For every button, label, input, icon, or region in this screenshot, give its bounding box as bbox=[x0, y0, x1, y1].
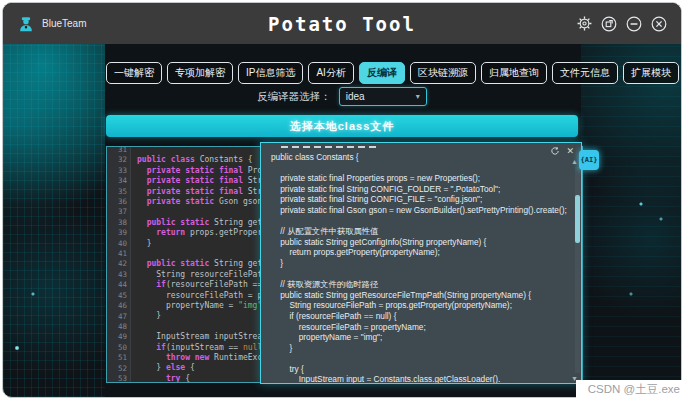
output-code-line: private static final String CONFIG_FOLDE… bbox=[271, 184, 573, 195]
brand: BlueTeam bbox=[17, 15, 86, 33]
output-code-line: private static final Properties props = … bbox=[271, 173, 573, 184]
decompiler-row: 反编译器选择： idea ▾ bbox=[3, 87, 681, 106]
blueteam-agent-icon bbox=[17, 15, 35, 33]
output-code-line: if (resourceFilePath == null) { bbox=[271, 311, 573, 322]
output-code-line: public static String getConfigInfo(Strin… bbox=[271, 237, 573, 248]
output-code-line: resourceFilePath = propertyName; bbox=[271, 322, 573, 333]
output-code-line: } bbox=[271, 343, 573, 354]
output-scrollbar[interactable] bbox=[575, 167, 580, 373]
output-code-line bbox=[271, 163, 573, 174]
tab-AI分析[interactable]: AI分析 bbox=[308, 62, 353, 84]
output-code-line: String resourceFilePath = props.getPrope… bbox=[271, 300, 573, 311]
decompiler-select[interactable]: idea ▾ bbox=[339, 87, 427, 106]
output-code: public class Constants { private static … bbox=[261, 143, 581, 383]
output-code-line: public class Constants { bbox=[271, 152, 573, 163]
output-code-line bbox=[271, 216, 573, 227]
choose-class-file-button[interactable]: 选择本地class文件 bbox=[106, 115, 578, 137]
output-panel-controls: ✕ bbox=[550, 146, 574, 156]
tab-bar: 一键解密专项加解密IP信息筛选AI分析反编译区块链溯源归属地查询文件元信息扩展模… bbox=[106, 55, 673, 91]
output-code-line: // 从配置文件中获取属性值 bbox=[271, 226, 573, 237]
output-code-line: propertyName = "img"; bbox=[271, 332, 573, 343]
decompiler-selected-value: idea bbox=[346, 91, 365, 102]
ai-assist-button[interactable]: {AI} bbox=[579, 150, 599, 170]
tab-扩展模块[interactable]: 扩展模块 bbox=[623, 62, 679, 84]
output-code-line: public static String getResourceFileTmpP… bbox=[271, 290, 573, 301]
tab-文件元信息[interactable]: 文件元信息 bbox=[552, 62, 618, 84]
tab-归属地查询[interactable]: 归属地查询 bbox=[481, 62, 547, 84]
refresh-icon[interactable] bbox=[550, 146, 560, 156]
decompiler-label: 反编译器选择： bbox=[257, 90, 331, 104]
minimize-icon[interactable] bbox=[626, 16, 642, 32]
watermark: CSDN @土豆.exe bbox=[576, 380, 684, 400]
tab-区块链溯源[interactable]: 区块链溯源 bbox=[410, 62, 476, 84]
tab-一键解密[interactable]: 一键解密 bbox=[106, 62, 162, 84]
output-close-icon[interactable]: ✕ bbox=[566, 147, 574, 156]
app-window: BlueTeam Potato Tool bbox=[2, 2, 682, 398]
maximize-icon[interactable] bbox=[601, 16, 617, 32]
output-scrollbar-thumb[interactable] bbox=[575, 195, 580, 243]
output-code-line bbox=[271, 353, 573, 364]
decompiled-output-panel[interactable]: ✕ ▲ ▼ public class Constants { private s… bbox=[260, 142, 582, 384]
output-code-line: private static final Gson gson = new Gso… bbox=[271, 205, 573, 216]
output-code-line bbox=[271, 269, 573, 280]
output-code-line: return props.getProperty(propertyName); bbox=[271, 247, 573, 258]
output-code-line: // 获取资源文件的临时路径 bbox=[271, 279, 573, 290]
output-code-line: } bbox=[271, 258, 573, 269]
window-controls bbox=[577, 16, 667, 32]
output-code-line: private static final String CONFIG_FILE … bbox=[271, 194, 573, 205]
chevron-down-icon: ▾ bbox=[416, 92, 420, 101]
tab-专项加解密[interactable]: 专项加解密 bbox=[167, 62, 233, 84]
settings-gear-icon[interactable] bbox=[577, 16, 592, 31]
tab-反编译[interactable]: 反编译 bbox=[359, 62, 405, 84]
tab-IP信息筛选[interactable]: IP信息筛选 bbox=[238, 62, 303, 84]
editor-gutter: 3132333435363738394041424344454647484950… bbox=[107, 146, 131, 382]
clipped-line-fragment bbox=[281, 146, 377, 148]
tab-list: 一键解密专项加解密IP信息筛选AI分析反编译区块链溯源归属地查询文件元信息扩展模… bbox=[106, 62, 682, 84]
output-code-line: try { bbox=[271, 364, 573, 375]
output-code-line: InputStream input = Constants.class.getC… bbox=[271, 374, 573, 383]
close-icon[interactable] bbox=[651, 16, 667, 32]
brand-label: BlueTeam bbox=[42, 18, 86, 29]
titlebar: BlueTeam Potato Tool bbox=[3, 3, 681, 44]
scroll-up-arrow[interactable]: ▲ bbox=[571, 158, 578, 165]
